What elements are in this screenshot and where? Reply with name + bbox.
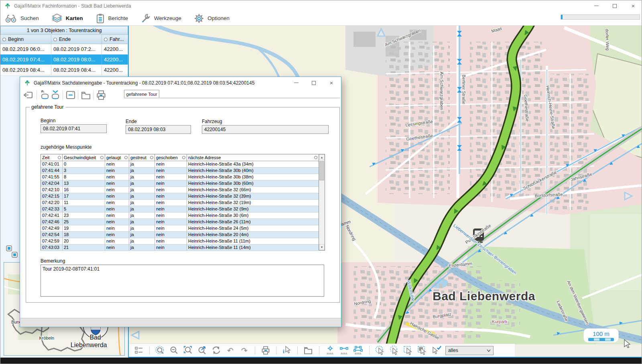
col-adresse[interactable]: nächste Adresse	[187, 154, 319, 161]
toolbar-karten[interactable]: Karten	[47, 11, 91, 26]
messpunkt-row[interactable]: 07:42:1016neinjaneinHeinrich-Heine-Straß…	[41, 187, 319, 193]
messpunkt-cell[interactable]: nein	[155, 245, 187, 251]
messpunkt-cell[interactable]: nein	[155, 212, 187, 219]
sort-icon[interactable]	[2, 38, 6, 41]
map-marker-icon[interactable]	[12, 252, 18, 258]
messpunkt-row[interactable]: 07:42:5920neinjaneinHeinrich-Heine-Straß…	[41, 238, 319, 245]
messpunkt-cell[interactable]: 16	[63, 187, 105, 193]
messpunkt-cell[interactable]: nein	[105, 161, 129, 168]
messpunkt-cell[interactable]: Heinrich-Heine-Straße 11 (11m)	[187, 238, 319, 245]
measure-point-button[interactable]	[325, 346, 335, 355]
bemerkung-field[interactable]: Tour 2019-02-08T07:41:01	[41, 265, 324, 297]
select-circle-button[interactable]	[375, 346, 386, 355]
undo-icon[interactable]: ↶	[225, 346, 236, 355]
db-load-button[interactable]	[39, 90, 50, 100]
messpunkt-cell[interactable]: ja	[129, 206, 155, 212]
scrollbar-thumb[interactable]	[319, 161, 324, 180]
messpunkt-cell[interactable]: 25	[63, 219, 105, 225]
ende-field[interactable]: 08.02.2019 08:03	[126, 125, 191, 134]
close-button[interactable]: ×	[624, 0, 642, 11]
messpunkt-cell[interactable]: 5	[63, 206, 105, 212]
messpunkt-cell[interactable]: 07:42:59	[41, 238, 63, 245]
messpunkt-row[interactable]: 07:42:0413neinjaneinHeinrich-Heine-Straß…	[41, 180, 319, 187]
messpunkt-cell[interactable]: nein	[105, 225, 129, 232]
map-marker-icon[interactable]	[6, 245, 12, 251]
object-cell[interactable]: 08.02.2019 07:2...	[51, 44, 102, 54]
print-button[interactable]	[95, 90, 106, 100]
messpunkt-cell[interactable]: ja	[129, 193, 155, 200]
column-header-ende[interactable]: Ende	[51, 35, 102, 44]
object-cell[interactable]: 08.02.2019 06:0...	[0, 44, 51, 54]
sort-icon[interactable]	[104, 38, 108, 41]
messpunkt-cell[interactable]: Heinrich-Heine-Straße 24 (5m)	[187, 225, 319, 232]
messpunkt-row[interactable]: 07:41:558neinjaneinHeinrich-Heine-Straße…	[41, 174, 319, 180]
toolbar-suchen[interactable]: Suchen	[0, 11, 47, 26]
messpunkt-cell[interactable]: ja	[129, 212, 155, 219]
select-filled-rect-button[interactable]	[417, 346, 428, 355]
col-zeit[interactable]: Zeit	[41, 154, 63, 161]
select-confirm-button[interactable]	[431, 346, 442, 355]
messpunkt-cell[interactable]: nein	[155, 200, 187, 206]
messpunkt-cell[interactable]: nein	[105, 193, 129, 200]
col-geschoben[interactable]: geschoben	[155, 154, 187, 161]
sort-icon[interactable]	[182, 156, 185, 159]
tab-gefahrene-tour[interactable]: gefahrene Tour	[124, 90, 159, 98]
toolbar-optionen[interactable]: Optionen	[190, 11, 238, 26]
measure-area-button[interactable]	[353, 346, 364, 355]
messpunkt-cell[interactable]: 20	[63, 238, 105, 245]
messpunkt-cell[interactable]: 17	[63, 193, 105, 200]
messpunkt-row[interactable]: 07:42:5418neinjaneinHeinrich-Heine-Straß…	[41, 232, 319, 238]
info-cursor-button[interactable]: i	[282, 346, 292, 355]
messpunkt-cell[interactable]: nein	[155, 219, 187, 225]
dialog-minimize-button[interactable]	[287, 77, 305, 89]
messpunkt-cell[interactable]: ja	[129, 161, 155, 168]
messpunkt-cell[interactable]: nein	[155, 180, 187, 187]
messpunkt-cell[interactable]: Heinrich-Heine-Straße 43a (34m)	[187, 161, 319, 168]
messpunkt-cell[interactable]: 13	[63, 180, 105, 187]
messpunkt-cell[interactable]: 07:42:20	[41, 200, 63, 206]
folder-button[interactable]	[303, 346, 313, 355]
col-gestreut[interactable]: gestreut	[129, 154, 155, 161]
messpunkt-cell[interactable]: nein	[155, 174, 187, 180]
zoom-window-button[interactable]	[155, 346, 165, 355]
messpunkt-row[interactable]: 07:42:335neinjaneinHeinrich-Heine-Straße…	[41, 206, 319, 212]
messpunkt-cell[interactable]: 07:42:04	[41, 180, 63, 187]
messpunkt-cell[interactable]: 07:42:41	[41, 212, 63, 219]
messpunkt-cell[interactable]: ja	[129, 180, 155, 187]
object-cell[interactable]: 08.02.2019 07:4...	[0, 55, 51, 65]
messpunkt-cell[interactable]: Heinrich-Heine-Straße 32 (39m)	[187, 193, 319, 200]
zoom-extent-button[interactable]	[183, 346, 193, 355]
messpunkt-cell[interactable]: Heinrich-Heine-Straße 32 (9m)	[187, 206, 319, 212]
messpunkt-cell[interactable]: Heinrich-Heine-Straße 32 (66m)	[187, 187, 319, 193]
messpunkt-cell[interactable]: 07:41:44	[41, 168, 63, 174]
messpunkt-cell[interactable]: 07:42:49	[41, 225, 63, 232]
messpunkt-cell[interactable]: nein	[155, 232, 187, 238]
messpunkt-cell[interactable]: 07:42:15	[41, 193, 63, 200]
messpunkt-cell[interactable]: nein	[155, 225, 187, 232]
object-cell[interactable]: 08.02.2019 08:4...	[51, 65, 102, 75]
print-map-button[interactable]	[260, 346, 271, 355]
messpunkt-cell[interactable]: ja	[129, 174, 155, 180]
messpunkt-cell[interactable]: 21	[63, 245, 105, 251]
messpunkt-cell[interactable]: nein	[105, 174, 129, 180]
object-cell[interactable]: 08.02.2019 08:0...	[51, 55, 102, 65]
object-row[interactable]: 08.02.2019 06:0...08.02.2019 07:2...4220…	[0, 44, 128, 55]
messpunkt-row[interactable]: 07:42:4123neinjaneinHeinrich-Heine-Straß…	[41, 212, 319, 219]
sort-icon[interactable]	[53, 38, 57, 41]
object-row[interactable]: 08.02.2019 08:4...08.02.2019 08:4...4220…	[0, 65, 128, 75]
messpunkt-cell[interactable]: 0	[63, 161, 105, 168]
toolbar-werkzeuge[interactable]: Werkzeuge	[136, 11, 190, 26]
maximize-button[interactable]	[605, 0, 624, 11]
zoom-out-button[interactable]	[169, 346, 179, 355]
minimize-button[interactable]	[587, 0, 605, 11]
messpunkt-cell[interactable]: Heinrich-Heine-Straße 32 (19m)	[187, 200, 319, 206]
zoom-last-button[interactable]	[197, 346, 207, 355]
scroll-down-button[interactable]: ▼	[319, 244, 325, 250]
sort-icon[interactable]	[314, 156, 317, 159]
refresh-button[interactable]	[211, 346, 221, 355]
messpunkt-cell[interactable]: Heinrich-Heine-Straße 30 (6m)	[187, 212, 319, 219]
messpunkt-row[interactable]: 07:42:4625neinjaneinHeinrich-Heine-Straß…	[41, 219, 319, 225]
messpunkt-cell[interactable]: 19	[63, 225, 105, 232]
messpunkt-cell[interactable]: 07:42:46	[41, 219, 63, 225]
messpunkt-cell[interactable]: nein	[105, 245, 129, 251]
